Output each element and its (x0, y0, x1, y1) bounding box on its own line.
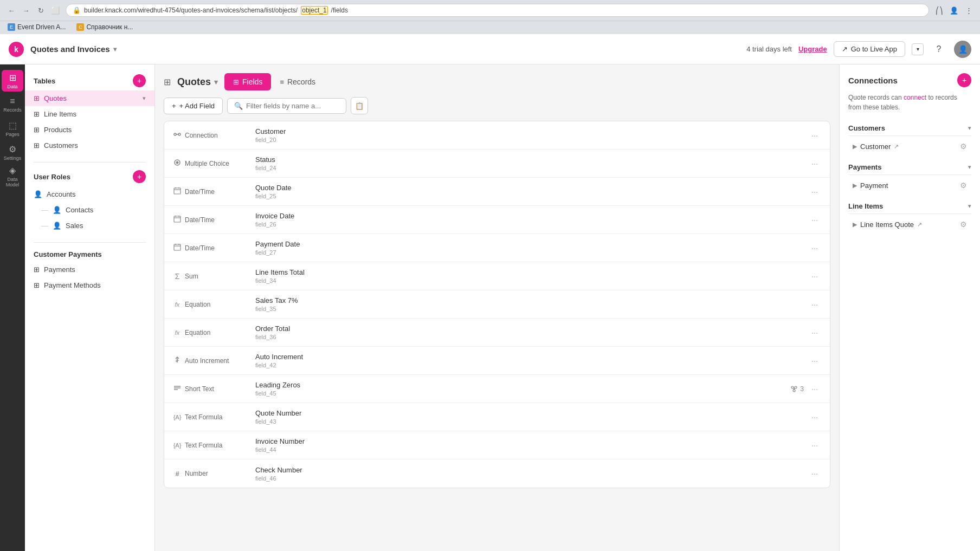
nav-panel: Tables + ⊞ Quotes ▾ ⊞ Line Items ⊞ Produ… (25, 64, 155, 551)
field-id: field_20 (255, 137, 802, 143)
field-menu-button[interactable]: ··· (808, 467, 821, 480)
nav-item-customers[interactable]: ⊞ Customers (25, 138, 154, 153)
connection-item-link[interactable]: ↗ (917, 221, 922, 228)
connect-link[interactable]: connect (904, 94, 926, 101)
live-app-dropdown[interactable]: ▾ (912, 43, 924, 55)
reload-button[interactable]: ↻ (35, 4, 47, 16)
svg-point-4 (176, 161, 179, 164)
add-connection-button[interactable]: + (957, 73, 971, 87)
nav-item-payment-methods[interactable]: ⊞ Payment Methods (25, 277, 154, 293)
connection-group-caret[interactable]: ▾ (968, 125, 971, 132)
home-button[interactable]: ⬜ (49, 4, 61, 16)
customers-icon: ⊞ (34, 141, 40, 150)
bookmark-spravochnik[interactable]: С Справочник н... (74, 22, 135, 32)
field-name: Quote Number (255, 409, 802, 417)
connections-title: Connections (848, 76, 898, 85)
back-button[interactable]: ← (5, 4, 17, 16)
tab-bar: ⊞ Fields ≡ Records (224, 73, 324, 90)
field-type-label: Sum (185, 273, 198, 280)
add-field-button[interactable]: + + Add Field (164, 98, 223, 114)
add-field-plus-icon: + (172, 102, 176, 110)
nav-item-sales[interactable]: — 👤 Sales (25, 218, 154, 234)
field-id: field_42 (255, 362, 802, 368)
tab-records[interactable]: ≡ Records (271, 73, 324, 90)
connection-item-caret[interactable]: ▶ (853, 221, 857, 228)
connection-group-title[interactable]: Payments (848, 163, 881, 171)
sidebar-item-pages[interactable]: ⬚ Pages (2, 118, 23, 139)
field-name: Payment Date (255, 240, 802, 248)
copy-icon: 📋 (355, 102, 364, 110)
nav-item-contacts[interactable]: — 👤 Contacts (25, 202, 154, 218)
connection-item-caret[interactable]: ▶ (853, 143, 857, 150)
menu-btn[interactable]: ⋮ (963, 4, 975, 16)
help-button[interactable]: ? (930, 41, 947, 58)
bookmark-event-driven[interactable]: E Event Driven A... (5, 22, 68, 32)
search-icon: 🔍 (234, 102, 243, 110)
add-table-button[interactable]: + (133, 74, 146, 87)
extensions-btn[interactable]: ⎛⎞ (933, 4, 945, 16)
nav-item-quotes[interactable]: ⊞ Quotes ▾ (25, 90, 154, 106)
field-menu-button[interactable]: ··· (808, 298, 821, 311)
table-row: # Number Check Number field_46 ··· (164, 459, 830, 488)
main-content: ⊞ Quotes ▾ ⊞ Fields ≡ Records (155, 64, 839, 551)
connection-gear-icon[interactable]: ⚙ (960, 142, 967, 151)
connection-group-title[interactable]: Line Items (848, 202, 883, 210)
forward-button[interactable]: → (20, 4, 32, 16)
field-type: Date/Time (173, 243, 249, 252)
field-menu-button[interactable]: ··· (808, 411, 821, 424)
connection-item-name[interactable]: Customer (860, 142, 891, 151)
connection-group-caret[interactable]: ▾ (968, 164, 971, 171)
connection-item-link[interactable]: ↗ (894, 143, 899, 150)
url-text: builder.knack.com/wiredhut-4754/quotes-a… (84, 7, 298, 14)
connection-item-caret[interactable]: ▶ (853, 182, 857, 189)
live-app-button[interactable]: ↗ Go to Live App (834, 41, 905, 57)
field-menu-button[interactable]: ··· (808, 270, 821, 283)
browser-actions: ⎛⎞ 👤 ⋮ (933, 4, 975, 16)
nav-item-line-items[interactable]: ⊞ Line Items (25, 106, 154, 122)
filter-fields-search[interactable]: 🔍 (227, 98, 346, 114)
field-menu-button[interactable]: ··· (808, 383, 821, 396)
app-title[interactable]: Quotes and Invoices ▾ (30, 44, 117, 54)
field-menu-button[interactable]: ··· (808, 242, 821, 255)
sidebar-item-settings[interactable]: ⚙ Settings (2, 141, 23, 163)
connection-gear-icon[interactable]: ⚙ (960, 220, 967, 229)
upgrade-link[interactable]: Upgrade (798, 45, 827, 53)
address-bar[interactable]: 🔒 builder.knack.com/wiredhut-4754/quotes… (66, 4, 929, 17)
profile-btn[interactable]: 👤 (948, 4, 960, 16)
sidebar-item-records[interactable]: ≡ Records (2, 94, 23, 115)
pages-icon: ⬚ (9, 120, 17, 131)
copy-button[interactable]: 📋 (351, 97, 368, 114)
search-input[interactable] (246, 102, 339, 110)
bookmark-favicon-1: E (8, 23, 15, 31)
add-field-label: + Add Field (179, 102, 215, 110)
field-menu-button[interactable]: ··· (808, 129, 821, 142)
field-type-label: Date/Time (185, 244, 215, 252)
field-menu-button[interactable]: ··· (808, 439, 821, 452)
table-title[interactable]: Quotes ▾ (177, 76, 218, 88)
connection-group-caret[interactable]: ▾ (968, 203, 971, 210)
tab-fields[interactable]: ⊞ Fields (224, 73, 271, 90)
connection-group-title[interactable]: Customers (848, 124, 885, 132)
field-type-icon (173, 131, 182, 140)
avatar-button[interactable]: 👤 (954, 41, 971, 58)
connection-gear-icon[interactable]: ⚙ (960, 181, 967, 190)
field-menu-button[interactable]: ··· (808, 354, 821, 367)
sidebar-item-data[interactable]: ⊞ Data (2, 70, 23, 92)
connection-item-name[interactable]: Payment (860, 181, 888, 190)
field-menu-button[interactable]: ··· (808, 185, 821, 198)
nav-item-payments[interactable]: ⊞ Payments (25, 262, 154, 277)
field-menu-button[interactable]: ··· (808, 213, 821, 226)
sidebar-item-data-model[interactable]: ◈ Data Model (2, 165, 23, 187)
nav-item-accounts[interactable]: 👤 Accounts (25, 186, 154, 202)
connection-item-name[interactable]: Line Items Quote (860, 221, 914, 229)
add-role-button[interactable]: + (133, 170, 146, 183)
field-info: Leading Zeros field_45 (255, 381, 784, 397)
field-menu-button[interactable]: ··· (808, 157, 821, 170)
field-type: {A} Text Formula (173, 441, 249, 449)
field-menu-button[interactable]: ··· (808, 326, 821, 339)
nav-item-products[interactable]: ⊞ Products (25, 122, 154, 138)
browser-controls: ← → ↻ ⬜ (5, 4, 61, 16)
field-type-icon: Σ (173, 272, 182, 281)
field-actions: ··· (808, 270, 821, 283)
field-info: Status field_24 (255, 155, 802, 171)
